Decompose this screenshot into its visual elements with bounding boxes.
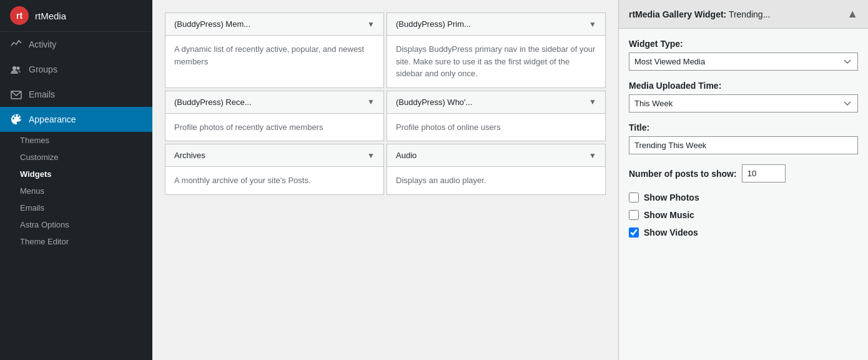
sidebar-item-groups[interactable]: Groups (0, 57, 152, 82)
widget-card-buddypress-mem: (BuddyPress) Mem... ▼ A dynamic list of … (165, 12, 384, 88)
sidebar: rt rtMedia Activity Groups Emails Appear… (0, 0, 152, 360)
svg-point-0 (12, 66, 16, 70)
widget-card-header-buddypress-who[interactable]: (BuddyPress) Who'... ▼ (387, 91, 605, 114)
widget-card-buddypress-who: (BuddyPress) Who'... ▼ Profile photos of… (387, 91, 606, 142)
media-time-select[interactable]: This Week This Month All Time (629, 94, 858, 112)
right-panel-header: rtMedia Gallery Widget: Trending... ▲ (619, 0, 868, 29)
widget-card-header-archives[interactable]: Archives ▼ (165, 144, 383, 167)
widget-card-buddypress-prim: (BuddyPress) Prim... ▼ Displays BuddyPre… (387, 12, 606, 88)
sidebar-item-emails[interactable]: Emails (0, 82, 152, 107)
right-panel: rtMedia Gallery Widget: Trending... ▲ Wi… (618, 0, 868, 360)
show-music-label: Show Music (644, 210, 694, 220)
widget-card-header-audio[interactable]: Audio ▼ (387, 144, 605, 167)
posts-label: Number of posts to show: (629, 169, 737, 179)
widget-card-body-buddypress-mem: A dynamic list of recently active, popul… (165, 36, 383, 75)
sidebar-sub-widgets[interactable]: Widgets (0, 166, 152, 182)
chevron-down-icon: ▼ (367, 98, 375, 106)
show-music-checkbox[interactable] (629, 210, 639, 220)
svg-point-1 (17, 67, 20, 70)
widget-card-body-buddypress-rece: Profile photos of recently active member… (165, 114, 383, 141)
sidebar-sub-customize[interactable]: Customize (0, 149, 152, 166)
media-time-group: Media Uploaded Time: This Week This Mont… (629, 81, 858, 112)
right-panel-body: Widget Type: Most Viewed Media Most Like… (619, 29, 868, 255)
posts-group: Number of posts to show: (629, 164, 858, 182)
chevron-down-icon: ▼ (589, 20, 596, 29)
show-videos-checkbox[interactable] (629, 228, 639, 238)
widget-card-title-buddypress-mem: (BuddyPress) Mem... (174, 19, 250, 29)
sidebar-sub-theme-editor[interactable]: Theme Editor (0, 233, 152, 250)
sidebar-sub-themes[interactable]: Themes (0, 132, 152, 149)
widget-card-title-buddypress-rece: (BuddyPress) Rece... (174, 98, 252, 107)
show-videos-label: Show Videos (644, 228, 698, 238)
widget-card-title-buddypress-prim: (BuddyPress) Prim... (396, 19, 471, 29)
widget-card-title-archives: Archives (174, 151, 205, 160)
widget-type-select[interactable]: Most Viewed Media Most Liked Media Most … (629, 52, 858, 71)
chevron-down-icon: ▼ (367, 20, 375, 29)
main-content: (BuddyPress) Mem... ▼ A dynamic list of … (152, 0, 618, 360)
widget-card-title-buddypress-who: (BuddyPress) Who'... (396, 98, 472, 107)
chevron-down-icon: ▼ (367, 151, 375, 160)
sidebar-item-activity[interactable]: Activity (0, 32, 152, 57)
rt-logo-icon: rt (10, 6, 29, 25)
show-music-group: Show Music (629, 210, 858, 220)
widget-card-audio: Audio ▼ Displays an audio player. (387, 144, 606, 195)
emails-icon (10, 88, 22, 101)
widget-card-header-buddypress-mem[interactable]: (BuddyPress) Mem... ▼ (165, 13, 383, 36)
widget-card-body-buddypress-who: Profile photos of online users (387, 114, 605, 141)
chevron-down-icon: ▼ (589, 151, 596, 160)
appearance-icon (10, 113, 22, 126)
sidebar-item-activity-label: Activity (29, 39, 56, 49)
groups-icon (10, 63, 22, 76)
widget-card-buddypress-rece: (BuddyPress) Rece... ▼ Profile photos of… (165, 91, 384, 142)
sidebar-sub-emails[interactable]: Emails (0, 199, 152, 216)
widget-grid: (BuddyPress) Mem... ▼ A dynamic list of … (165, 12, 606, 195)
media-time-label: Media Uploaded Time: (629, 81, 858, 91)
sidebar-logo[interactable]: rt rtMedia (0, 0, 152, 32)
right-panel-title: rtMedia Gallery Widget: Trending... (629, 9, 770, 19)
widget-type-label: Widget Type: (629, 39, 858, 49)
sidebar-sub-menus[interactable]: Menus (0, 182, 152, 199)
sidebar-item-appearance-label: Appearance (29, 114, 76, 124)
show-photos-label: Show Photos (644, 192, 699, 202)
widget-card-archives: Archives ▼ A monthly archive of your sit… (165, 144, 384, 195)
title-group: Title: (629, 122, 858, 154)
show-photos-group: Show Photos (629, 192, 858, 202)
activity-icon (10, 38, 22, 51)
posts-input[interactable] (742, 164, 786, 182)
title-input[interactable] (629, 136, 858, 154)
chevron-down-icon: ▼ (589, 98, 596, 106)
widget-card-body-archives: A monthly archive of your site's Posts. (165, 167, 383, 194)
sidebar-logo-text: rtMedia (35, 11, 66, 21)
show-videos-group: Show Videos (629, 228, 858, 238)
collapse-button[interactable]: ▲ (847, 8, 858, 21)
widget-card-body-buddypress-prim: Displays BuddyPress primary nav in the s… (387, 36, 605, 88)
widget-card-header-buddypress-rece[interactable]: (BuddyPress) Rece... ▼ (165, 91, 383, 114)
widget-type-group: Widget Type: Most Viewed Media Most Like… (629, 39, 858, 71)
widget-card-header-buddypress-prim[interactable]: (BuddyPress) Prim... ▼ (387, 13, 605, 36)
widget-card-title-audio: Audio (396, 151, 417, 160)
sidebar-sub-astra[interactable]: Astra Options (0, 216, 152, 233)
sidebar-item-groups-label: Groups (29, 64, 57, 74)
widget-card-body-audio: Displays an audio player. (387, 167, 605, 194)
title-label: Title: (629, 122, 858, 132)
sidebar-item-emails-label: Emails (29, 89, 55, 99)
sidebar-item-appearance[interactable]: Appearance (0, 107, 152, 132)
show-photos-checkbox[interactable] (629, 192, 639, 202)
